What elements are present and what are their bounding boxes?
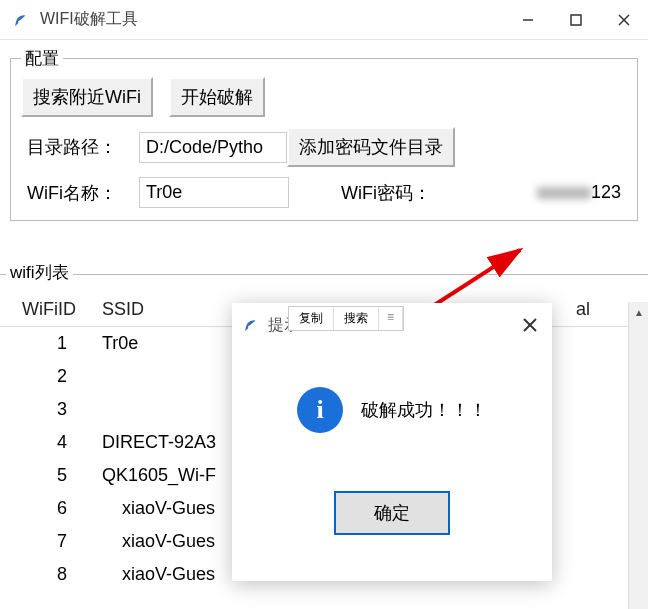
app-icon [12, 11, 30, 29]
header-wifiid[interactable]: WiFiID [12, 299, 102, 320]
context-toolbar: 复制 搜索 ≡ [288, 306, 404, 331]
config-legend: 配置 [21, 47, 63, 70]
scroll-up-icon[interactable]: ▲ [629, 302, 648, 322]
wifi-name-field[interactable]: Tr0e [139, 177, 289, 208]
path-label: 目录路径： [21, 133, 123, 161]
info-icon: i [297, 387, 343, 433]
window-title: WIFI破解工具 [40, 9, 504, 30]
wifi-pwd-field[interactable]: xxxxxx123 [453, 178, 627, 207]
close-button[interactable] [600, 0, 648, 40]
pwd-hidden: xxxxxx [537, 182, 591, 203]
config-group: 配置 搜索附近WiFi 开始破解 目录路径： D:/Code/Pytho 添加密… [10, 58, 638, 221]
dialog-message: 破解成功！！！ [361, 398, 487, 422]
ctx-more-icon[interactable]: ≡ [379, 307, 403, 330]
wifi-name-label: WiFi名称： [21, 179, 123, 207]
wifi-pwd-label: WiFi密码： [335, 179, 437, 207]
path-field[interactable]: D:/Code/Pytho [139, 132, 287, 163]
search-wifi-button[interactable]: 搜索附近WiFi [21, 77, 153, 117]
header-signal[interactable]: al [576, 299, 636, 320]
minimize-button[interactable] [504, 0, 552, 40]
add-dict-button[interactable]: 添加密码文件目录 [287, 127, 455, 167]
pwd-tail: 123 [591, 182, 621, 202]
dialog-close-button[interactable] [508, 303, 552, 347]
vertical-scrollbar[interactable]: ▲ [628, 302, 648, 609]
dialog-icon [242, 316, 260, 334]
wifi-list-legend: wifi列表 [6, 261, 73, 284]
svg-rect-1 [571, 15, 581, 25]
alert-dialog: 提示 i 破解成功！！！ 确定 [232, 303, 552, 581]
start-crack-button[interactable]: 开始破解 [169, 77, 265, 117]
maximize-button[interactable] [552, 0, 600, 40]
titlebar: WIFI破解工具 [0, 0, 648, 40]
ctx-copy[interactable]: 复制 [289, 307, 334, 330]
ok-button[interactable]: 确定 [334, 491, 450, 535]
ctx-search[interactable]: 搜索 [334, 307, 379, 330]
